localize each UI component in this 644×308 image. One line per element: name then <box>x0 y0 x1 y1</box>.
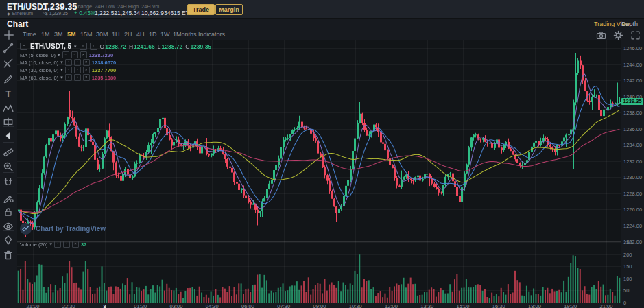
lock-all-icon[interactable] <box>3 206 14 217</box>
price-axis-divider <box>621 40 621 308</box>
time-axis-label: 16:30 <box>488 303 509 308</box>
interval-2h[interactable]: 2H <box>124 31 132 38</box>
time-axis-label: 21:00 <box>23 303 43 308</box>
ma5-caret-icon[interactable]: ▾ <box>58 52 60 58</box>
trash-icon[interactable] <box>3 250 14 261</box>
time-axis-label: 03:00 <box>166 303 187 308</box>
volume-settings-icon[interactable]: ◦ <box>54 241 61 248</box>
time-axis-label: 15:00 <box>453 303 473 308</box>
edit-lock-icon[interactable] <box>3 192 14 203</box>
ma10-legend: MA (10, close, 0) ▾ ◦◦× 1238.6670 <box>20 59 116 66</box>
ma10-value: 1238.6670 <box>92 60 116 66</box>
pitchfork-icon[interactable] <box>3 58 14 69</box>
toolbar-separator <box>3 230 14 231</box>
fullscreen-icon[interactable] <box>630 30 641 40</box>
ma30-settings-icon[interactable]: ◦ <box>65 67 72 73</box>
ma10-close-icon[interactable]: × <box>83 59 90 66</box>
vol-label: 24H Vol. <box>141 3 160 10</box>
ma30-value: 1237.7700 <box>92 67 116 73</box>
high-label: 24H High <box>117 3 139 10</box>
trade-button[interactable]: Trade <box>187 4 215 15</box>
text-icon[interactable]: T <box>3 88 14 99</box>
volume-label: Volume (20) <box>20 241 47 248</box>
interval-5m[interactable]: 5M <box>67 31 76 38</box>
interval-1m[interactable]: 1M <box>41 31 50 38</box>
toolbar-separator <box>3 142 14 143</box>
time-axis-label: 18:00 <box>525 303 545 308</box>
interval-3m[interactable]: 3M <box>54 31 63 38</box>
ma5-source-icon[interactable]: ◦ <box>71 51 78 58</box>
volume-close-icon[interactable]: × <box>72 241 79 248</box>
remove-objects-icon[interactable] <box>3 235 14 246</box>
tradingview-attribution[interactable]: Chart by TradingView <box>20 223 106 235</box>
interval-1w[interactable]: 1W <box>160 31 170 38</box>
camera-icon[interactable] <box>596 30 606 40</box>
gear-icon[interactable] <box>613 30 623 40</box>
volume-source-icon[interactable]: ◦ <box>63 241 70 248</box>
trend-line-icon[interactable] <box>3 43 14 54</box>
crosshair-icon[interactable] <box>3 29 14 40</box>
time-menu[interactable]: Time <box>23 31 36 38</box>
volume-caret-icon[interactable]: ▾ <box>49 241 52 247</box>
volume-legend: Volume (20) ▾ ◦◦× 37 <box>20 241 86 248</box>
time-axis-label: 19:30 <box>560 303 581 308</box>
ma60-close-icon[interactable]: × <box>83 74 90 81</box>
legend-settings-icon[interactable]: ◦ <box>90 43 97 50</box>
ma30-label: MA (30, close, 0) <box>20 67 58 73</box>
xabcd-pattern-icon[interactable] <box>3 103 14 114</box>
ma5-settings-icon[interactable]: ◦ <box>62 51 69 58</box>
time-axis-label: 13:30 <box>417 303 438 308</box>
interval-1d[interactable]: 1D <box>149 31 157 38</box>
interval-1h[interactable]: 1H <box>112 31 120 38</box>
ma5-close-icon[interactable]: × <box>80 51 87 58</box>
low-label: 24H Low <box>95 3 115 10</box>
indicators-menu[interactable]: Indicators <box>198 31 225 38</box>
interval-15m[interactable]: 15M <box>80 31 93 38</box>
low-value: 1238.72 <box>162 43 183 50</box>
zoom-in-icon[interactable] <box>3 161 14 172</box>
ruler-icon[interactable] <box>3 147 14 158</box>
collapse-legend-icon[interactable]: − <box>20 43 27 50</box>
volume-axis-label: 150 <box>623 263 632 270</box>
close-label: C <box>185 43 189 50</box>
last-price-usd: ≈$ 1,239.35 <box>43 11 68 16</box>
ma60-source-icon[interactable]: ◦ <box>74 74 81 81</box>
collapse-arrow-icon[interactable] <box>3 130 14 141</box>
open-label: O <box>100 43 105 50</box>
change-label: Change <box>74 3 92 10</box>
interval-1months[interactable]: 1Months <box>173 31 197 38</box>
volume-axis-label: 0 <box>623 300 626 306</box>
time-axis-label: 09:00 <box>309 303 330 308</box>
ma30-source-icon[interactable]: ◦ <box>74 67 81 73</box>
ma30-close-icon[interactable]: × <box>83 67 90 73</box>
time-axis-label: 07:30 <box>274 303 294 308</box>
ma10-settings-icon[interactable]: ◦ <box>65 59 72 66</box>
ma5-legend: MA (5, close, 0) ▾ ◦◦× 1238.7220 <box>20 51 113 58</box>
time-axis-label: 10:30 <box>345 303 366 308</box>
ma60-settings-icon[interactable]: ◦ <box>65 74 72 81</box>
chart-legend: − ETH/USDT, 5 ▾ ◦ ◦ O 1238.72 H 1241.66 … <box>20 43 211 50</box>
ma60-caret-icon[interactable]: ▾ <box>60 75 63 80</box>
legend-eye-icon[interactable]: ◦ <box>80 43 87 50</box>
ma10-caret-icon[interactable]: ▾ <box>60 60 63 65</box>
svg-text:T: T <box>5 89 11 99</box>
ma10-source-icon[interactable]: ◦ <box>74 59 81 66</box>
network-row: ◆ Ethereum <box>7 11 33 16</box>
interval-4h[interactable]: 4H <box>136 31 145 38</box>
price-axis-label: 1238.00 <box>623 110 642 116</box>
price-axis-label: 1246.00 <box>623 45 642 51</box>
interval-30m[interactable]: 30M <box>96 31 108 38</box>
legend-caret-icon[interactable]: ▾ <box>74 44 77 49</box>
header-bar: ETH/USDT ▾ ◆ Ethereum 1,239.35 ≈$ 1,239.… <box>0 0 644 19</box>
price-axis-label: 1230.00 <box>623 174 642 180</box>
high-value: 1241.66 <box>134 43 155 50</box>
ma30-caret-icon[interactable]: ▾ <box>60 67 63 73</box>
price-axis-label: 1232.00 <box>623 158 642 165</box>
margin-button[interactable]: Margin <box>215 4 243 15</box>
magnet-icon[interactable] <box>3 177 14 188</box>
brush-icon[interactable] <box>3 73 14 84</box>
page-title: Chart <box>7 19 28 29</box>
change-value: + 0.43% <box>74 10 95 16</box>
low-label: L <box>158 43 161 50</box>
tab-depth[interactable]: Depth <box>621 21 638 27</box>
